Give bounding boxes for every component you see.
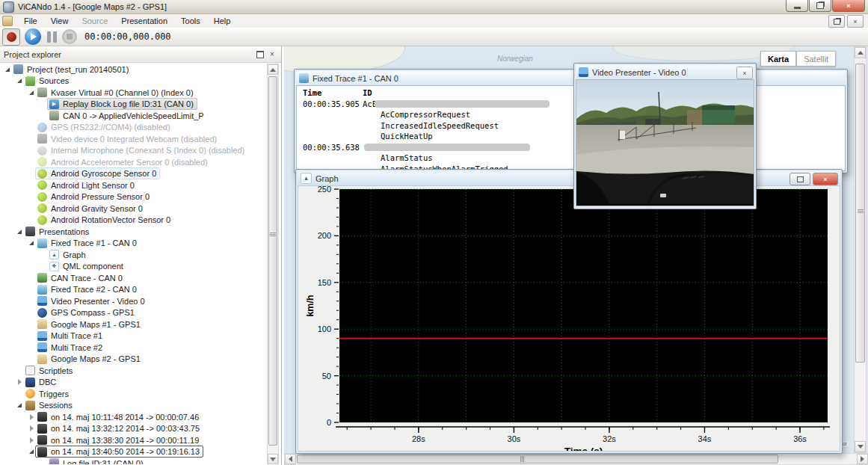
expander-spacer	[28, 205, 35, 212]
collapse-arrow-icon[interactable]	[16, 77, 23, 84]
map-sea-label: Norwegian	[497, 55, 533, 63]
tree-item[interactable]: Android Pressure Sensor 0	[0, 191, 153, 203]
restore-button[interactable]	[809, 0, 831, 12]
collapse-arrow-icon[interactable]	[28, 89, 35, 96]
tree-item[interactable]: GPS Compass - GPS1	[0, 307, 138, 319]
tree-item[interactable]: ▲Graph	[0, 249, 90, 261]
play-button[interactable]	[25, 28, 41, 45]
scroll-up-arrow[interactable]	[268, 64, 278, 75]
close-panel-button[interactable]: ×	[266, 49, 278, 60]
tree-item[interactable]: Sources	[0, 76, 73, 87]
session-icon	[37, 435, 47, 445]
tree-item[interactable]: CAN 0 -> AppliedVehicleSpeedLimit_P	[0, 110, 208, 122]
tree-item[interactable]: Video Presenter - Video 0	[0, 295, 149, 307]
tree-item[interactable]: Google Maps #2 - GPS1	[0, 354, 144, 366]
record-button[interactable]	[2, 28, 20, 46]
tree-item[interactable]: on 14. maj 10:11:48 2014 -> 00:00:07.46	[0, 411, 203, 423]
tree-item[interactable]: Google Maps #1 - GPS1	[0, 318, 144, 330]
mdi-close-button[interactable]: ×	[847, 15, 864, 28]
tree-item[interactable]: on 14. maj 13:32:12 2014 -> 00:03:43.75	[0, 423, 203, 435]
mdi-restore-button[interactable]	[828, 15, 845, 28]
tree-item[interactable]: Multi Trace #2	[0, 342, 106, 354]
tree-item[interactable]: ✚QML component	[0, 261, 127, 273]
scroll-down-arrow[interactable]	[268, 454, 278, 464]
svg-text:150: 150	[318, 278, 331, 287]
android-sensor-icon	[37, 215, 47, 225]
tree-item-label: Multi Trace #1	[51, 331, 102, 340]
fixed-trace-titlebar[interactable]: Fixed Trace #1 - CAN 0	[296, 71, 846, 85]
scroll-left-arrow[interactable]	[285, 454, 296, 464]
scroll-down-arrow[interactable]	[855, 441, 866, 452]
menu-tools[interactable]: Tools	[174, 15, 207, 27]
qml-icon: ✚	[49, 262, 59, 271]
tree-item[interactable]: Fixed Trace #2 - CAN 0	[0, 284, 141, 296]
video-titlebar[interactable]: Video Presenter - Video 0 ×	[576, 65, 754, 79]
collapse-arrow-icon[interactable]	[28, 239, 35, 247]
graph-restore-button[interactable]	[789, 173, 810, 185]
tree-item[interactable]: Presentations	[0, 226, 93, 238]
expander-spacer	[28, 309, 35, 316]
child-window-icon[interactable]	[2, 16, 13, 26]
tree-item[interactable]: Project (test_run 20140501)	[0, 64, 132, 76]
stop-button[interactable]	[62, 29, 77, 44]
tree-item[interactable]: Sessions	[0, 400, 76, 412]
dashcam-video	[576, 80, 754, 204]
tree-item[interactable]: Scriptlets	[0, 365, 76, 377]
map-vertical-scrollbar[interactable]	[854, 46, 867, 453]
tree-item[interactable]: Log file ID:31 (CAN 0)	[0, 458, 147, 464]
menu-source: Source	[75, 15, 114, 27]
graph-window: ▲ Graph × 05010015020025028s30s32s34s36s…	[295, 169, 843, 454]
graph-close-button[interactable]: ×	[813, 173, 838, 185]
video-close-button[interactable]: ×	[736, 67, 753, 79]
scroll-right-arrow[interactable]	[857, 454, 868, 464]
expand-arrow-icon[interactable]	[16, 378, 23, 386]
tree-item[interactable]: DBC	[0, 377, 60, 389]
tree-item[interactable]: Kvaser Virtual #0 (Channel 0) (Index 0)	[0, 87, 197, 99]
tree-item[interactable]: ▶Replay Block Log file ID:31 (CAN 0)	[0, 99, 197, 111]
tree-item[interactable]: CAN Trace - CAN 0	[0, 272, 126, 284]
tree-item[interactable]: GPS (RS232://COM4) (disabled)	[0, 122, 174, 134]
tree-item-label: Video Presenter - Video 0	[51, 297, 145, 306]
menu-view[interactable]: View	[44, 15, 76, 27]
scrollbar-thumb[interactable]	[268, 76, 277, 446]
map-horizontal-scrollbar[interactable]	[284, 453, 868, 465]
collapse-arrow-icon[interactable]	[16, 228, 23, 235]
tree-item[interactable]: Android Gyroscope Sensor 0	[0, 168, 160, 180]
tree-item[interactable]: Internal Microphone (Conexant S (Index 0…	[0, 145, 248, 157]
graph-titlebar[interactable]: ▲ Graph ×	[298, 171, 840, 185]
menu-presentation[interactable]: Presentation	[114, 15, 174, 27]
tree-item[interactable]: Multi Trace #1	[0, 330, 106, 342]
tree-item[interactable]: Triggers	[0, 388, 73, 400]
tree-item[interactable]: on 14. maj 13:40:50 2014 -> 00:19:16.13	[0, 446, 203, 458]
collapse-arrow-icon[interactable]	[16, 401, 23, 409]
menu-file[interactable]: File	[17, 15, 44, 27]
scrollbar-thumb[interactable]	[297, 455, 778, 464]
tree-item[interactable]: on 14. maj 13:38:30 2014 -> 00:00:11.19	[0, 434, 203, 446]
tree-item[interactable]: Android Light Sensor 0	[0, 179, 138, 191]
map-button-satellit[interactable]: Satellit	[796, 51, 836, 67]
expand-arrow-icon[interactable]	[28, 437, 35, 444]
tree-item[interactable]: Video device 0 Integrated Webcam (disabl…	[0, 133, 221, 145]
android-sensor-icon	[37, 192, 47, 202]
menu-help[interactable]: Help	[207, 15, 238, 27]
project-tree-scrollbar[interactable]	[267, 64, 279, 464]
svg-text:200: 200	[318, 231, 331, 240]
close-button[interactable]: ×	[832, 0, 865, 12]
trace-timestamp: 00:00:35.905	[303, 99, 360, 110]
float-panel-button[interactable]	[254, 49, 266, 60]
expand-arrow-icon[interactable]	[28, 425, 35, 432]
tree-item[interactable]: Android Gravity Sensor 0	[0, 203, 147, 215]
minimize-button[interactable]	[786, 0, 808, 12]
scrollbar-thumb[interactable]	[855, 64, 865, 363]
tree-item[interactable]: Android RotationVector Sensor 0	[0, 215, 174, 227]
tree-item-label: CAN 0 -> AppliedVehicleSpeedLimit_P	[63, 111, 204, 120]
expand-arrow-icon[interactable]	[28, 413, 35, 421]
collapse-arrow-icon[interactable]	[4, 66, 11, 73]
collapse-arrow-icon[interactable]	[28, 448, 35, 455]
tree-item[interactable]: Android Accelerometer Sensor 0 (disabled…	[0, 156, 212, 168]
scroll-up-arrow[interactable]	[855, 47, 866, 58]
expander-spacer	[28, 332, 35, 339]
pause-button[interactable]	[46, 31, 58, 43]
map-button-karta[interactable]: Karta	[760, 51, 796, 67]
tree-item[interactable]: Fixed Trace #1 - CAN 0	[0, 238, 141, 250]
